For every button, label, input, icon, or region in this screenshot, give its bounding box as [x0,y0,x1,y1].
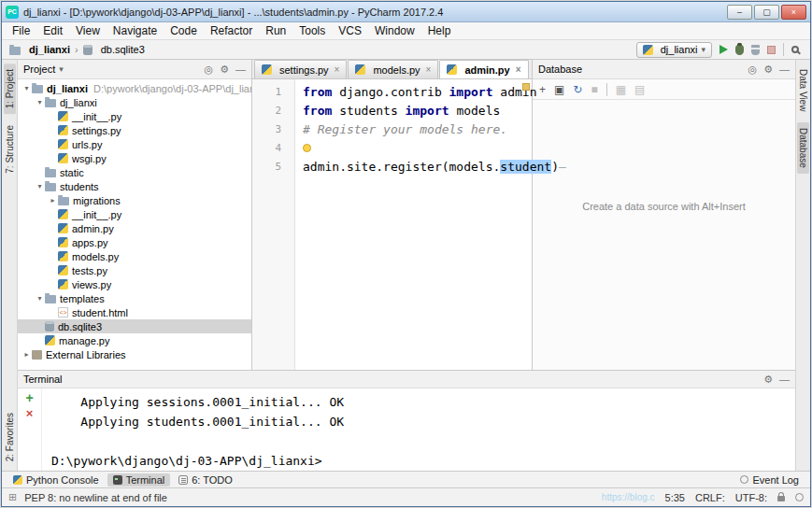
run-configuration-select[interactable]: dj_lianxi ▾ [636,42,712,58]
project-panel-title[interactable]: Project [23,64,55,75]
editor-tab-admin[interactable]: admin.py × [439,60,528,78]
tree-row-selected[interactable]: db.sqlite3 [18,319,251,333]
gear-icon[interactable]: ⚙ [763,374,773,386]
toolwindow-button-structure[interactable]: 7: Structure [4,120,16,179]
comment-token: # Register your models here. [303,122,507,136]
close-button[interactable]: × [781,5,806,20]
tree-row[interactable]: manage.py [18,333,251,347]
menu-item-edit[interactable]: Edit [36,22,69,39]
tree-row[interactable]: wsgi.py [18,151,251,165]
inspection-status-icon[interactable] [522,83,530,91]
tree-item-label: models.py [72,251,119,262]
chevron-down-icon[interactable]: ▾ [59,64,64,74]
tree-row[interactable]: dj_lianxi D:\pywork\django\dj-03-APP\dj_… [18,81,251,95]
tree-row[interactable]: __init__.py [18,109,251,123]
toolwindow-button-python-console[interactable]: Python Console [7,473,105,487]
code-editor[interactable]: 1 2 3 4 5 from django.contrib import adm… [252,79,532,370]
refresh-icon[interactable]: ↻ [573,83,582,96]
breadcrumb: dj_lianxi › db.sqlite3 [9,44,145,55]
toolwindow-switcher-icon[interactable]: ⊞ [8,491,17,503]
menu-item-window[interactable]: Window [368,22,421,39]
menu-item-file[interactable]: File [6,22,36,39]
editor-tab-settings[interactable]: settings.py × [254,60,347,78]
tree-row[interactable]: __init__.py [18,207,251,221]
hide-panel-icon[interactable]: — [779,374,790,385]
breadcrumb-file[interactable]: db.sqlite3 [101,44,145,55]
event-log-button[interactable]: Event Log [734,473,805,487]
terminal-output[interactable]: Applying sessions.0001_initial... OK App… [42,388,795,471]
tree-row[interactable]: static [18,165,251,179]
tree-row[interactable]: migrations [18,193,251,207]
hide-panel-icon[interactable]: — [779,64,790,75]
encoding-indicator[interactable]: UTF-8: [735,492,767,503]
breadcrumb-project[interactable]: dj_lianxi [29,44,70,55]
tree-row[interactable]: views.py [18,277,251,291]
toolwindow-button-data-view[interactable]: Data View [797,64,809,117]
tree-row[interactable]: admin.py [18,221,251,235]
caret-position[interactable]: 5:35 [665,492,685,503]
close-session-icon[interactable]: × [26,406,34,420]
toolwindow-bar: Python Console Terminal 6: TODO Event Lo… [2,471,810,487]
lock-icon[interactable] [777,496,785,501]
tree-row[interactable]: dj_lianxi [18,95,251,109]
line-separator-indicator[interactable]: CRLF: [695,492,725,503]
menu-item-code[interactable]: Code [164,22,204,39]
minimize-button[interactable]: – [727,5,752,20]
expand-arrow-icon[interactable] [48,196,58,205]
intention-bulb-icon[interactable] [303,144,311,152]
expand-arrow-icon[interactable] [21,350,32,359]
toolwindow-button-database[interactable]: Database [797,122,809,174]
editor-tab-models[interactable]: models.py × [348,60,438,78]
gear-icon[interactable]: ⚙ [763,64,773,76]
tree-row[interactable]: settings.py [18,123,251,137]
tree-item-label: admin.py [72,223,114,234]
python-file-icon [58,153,68,163]
stop-button[interactable] [767,46,776,54]
menu-item-vcs[interactable]: VCS [332,22,368,39]
tree-row[interactable]: urls.py [18,137,251,151]
tree-row[interactable]: models.py [18,249,251,263]
event-log-label: Event Log [752,474,799,486]
editor-gutter: 1 2 3 4 5 [252,79,295,370]
tree-row[interactable]: tests.py [18,263,251,277]
run-button[interactable] [719,45,728,54]
toolwindow-button-project[interactable]: 1: Project [4,64,16,114]
tree-row[interactable]: student.html [18,305,251,319]
tree-row[interactable]: apps.py [18,235,251,249]
gear-icon[interactable]: ⚙ [220,64,229,76]
expand-arrow-icon[interactable] [35,182,45,190]
toolwindow-button-terminal[interactable]: Terminal [107,473,171,487]
expand-arrow-icon[interactable] [21,84,32,92]
close-tab-icon[interactable]: × [335,64,340,75]
locate-icon[interactable]: ◎ [205,64,214,76]
hide-panel-icon[interactable]: — [235,64,246,75]
debug-button[interactable] [735,45,744,55]
python-file-icon [58,125,68,135]
menu-item-tools[interactable]: Tools [292,22,332,39]
locate-icon[interactable]: ◎ [748,64,758,76]
tree-row[interactable]: templates [18,291,251,305]
menu-item-refactor[interactable]: Refactor [204,22,259,39]
keyword-token: import [406,104,449,118]
menu-item-navigate[interactable]: Navigate [107,22,164,39]
coverage-button[interactable] [751,45,760,55]
menu-item-run[interactable]: Run [259,22,292,39]
close-tab-icon[interactable]: × [516,64,521,75]
toolwindow-button-todo[interactable]: 6: TODO [173,473,238,487]
tree-row[interactable]: External Libraries [18,347,251,361]
toolwindow-button-favorites[interactable]: 2: Favorites [4,407,16,467]
menu-item-view[interactable]: View [69,22,107,39]
expand-arrow-icon[interactable] [35,294,45,303]
close-tab-icon[interactable]: × [426,64,432,75]
inspector-profile-icon[interactable] [795,493,804,501]
new-session-icon[interactable]: + [25,390,33,405]
keyword-token: from [303,104,332,118]
search-icon[interactable] [791,46,799,53]
expand-arrow-icon[interactable] [35,98,45,106]
tree-row[interactable]: students [18,179,251,193]
project-tool-window: Project ▾ ◎ ⚙ — dj_lianxi [18,60,252,370]
tree-item-label: manage.py [59,335,109,346]
maximize-button[interactable]: ▢ [754,5,779,20]
menu-item-help[interactable]: Help [421,22,458,39]
code-content[interactable]: from django.contrib import admin from st… [295,79,566,370]
